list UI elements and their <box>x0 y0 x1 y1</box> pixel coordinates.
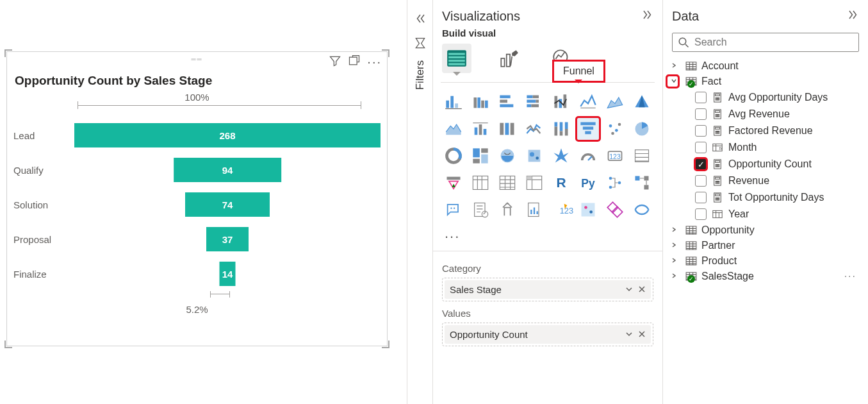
viz-chip[interactable] <box>442 144 465 167</box>
viz-chip[interactable] <box>469 144 492 167</box>
remove-field-icon[interactable] <box>638 329 646 340</box>
caret-icon[interactable] <box>671 62 681 71</box>
search-input[interactable] <box>672 33 859 52</box>
viz-chip[interactable] <box>442 198 465 221</box>
field-pill-category[interactable]: Sales Stage <box>445 280 651 299</box>
funnel-bar[interactable]: 268 <box>74 123 381 147</box>
viz-chip[interactable]: ▲ <box>442 171 465 194</box>
funnel-visual[interactable]: ══ ··· Opportunity Count by Sales Stage … <box>6 51 388 346</box>
funnel-row[interactable]: Finalize 14 <box>13 257 381 291</box>
viz-chip[interactable] <box>550 90 573 114</box>
table-node[interactable]: ✓Fact <box>668 74 863 89</box>
viz-chip[interactable] <box>630 144 653 167</box>
viz-chip[interactable] <box>523 198 546 221</box>
viz-chip[interactable] <box>603 117 626 140</box>
field-node[interactable]: fxMonth <box>668 139 863 156</box>
filters-pane-collapsed[interactable]: Filters <box>407 0 432 404</box>
funnel-bar[interactable]: 74 <box>185 192 270 217</box>
viz-chip[interactable] <box>469 171 492 194</box>
viz-chip[interactable] <box>496 90 519 114</box>
checkbox[interactable] <box>695 208 707 220</box>
field-node[interactable]: Avg Revenue <box>668 106 863 122</box>
checkbox[interactable] <box>695 125 707 137</box>
viz-chip[interactable] <box>442 90 465 114</box>
field-node[interactable]: Tot Opportunity Days <box>668 189 863 206</box>
table-node[interactable]: Account <box>668 58 863 74</box>
field-node[interactable]: Avg Opportunity Days <box>668 89 863 106</box>
viz-chip[interactable] <box>550 117 573 140</box>
field-node[interactable]: Factored Revenue <box>668 122 863 139</box>
tab-format-visual[interactable] <box>495 44 524 73</box>
expand-pane-icon[interactable] <box>414 13 426 28</box>
viz-chip[interactable] <box>550 144 573 167</box>
remove-field-icon[interactable] <box>638 284 646 295</box>
viz-chip[interactable]: 123 <box>603 144 626 167</box>
viz-chip[interactable] <box>496 198 519 221</box>
tab-build-visual[interactable] <box>442 44 471 73</box>
viz-chip[interactable] <box>630 171 653 194</box>
viz-chip[interactable] <box>603 171 626 194</box>
caret-icon[interactable] <box>671 241 681 250</box>
more-options-icon[interactable]: ··· <box>367 55 382 69</box>
viz-chip[interactable] <box>496 144 519 167</box>
viz-chip[interactable] <box>523 90 546 114</box>
well-category[interactable]: Sales Stage <box>442 278 653 301</box>
viz-chip[interactable]: R <box>550 171 573 194</box>
table-node[interactable]: Product <box>668 253 863 269</box>
collapse-pane-icon[interactable] <box>848 9 859 24</box>
drag-handle-icon[interactable]: ══ <box>191 56 202 63</box>
funnel-row[interactable]: Qualify 94 <box>13 153 381 187</box>
funnel-row[interactable]: Solution 74 <box>13 187 381 222</box>
viz-chip[interactable] <box>523 144 546 167</box>
caret-icon[interactable] <box>671 226 681 235</box>
viz-chip[interactable] <box>496 171 519 194</box>
search-field[interactable] <box>694 37 853 48</box>
checkbox[interactable] <box>695 192 707 203</box>
funnel-bar[interactable]: 37 <box>206 227 249 251</box>
viz-chip[interactable] <box>577 90 600 114</box>
filter-icon[interactable] <box>329 55 341 69</box>
funnel-row[interactable]: Proposal 37 <box>13 222 381 257</box>
viz-chip[interactable]: 123 <box>550 198 573 221</box>
viz-chip[interactable]: Py <box>577 171 600 194</box>
field-node[interactable]: ✓Opportunity Count <box>668 156 863 173</box>
viz-chip[interactable] <box>469 117 492 140</box>
report-canvas[interactable]: ══ ··· Opportunity Count by Sales Stage … <box>0 0 407 404</box>
viz-chip[interactable] <box>630 117 653 140</box>
table-node[interactable]: ✓SalesStage··· <box>668 269 863 284</box>
viz-chip[interactable] <box>523 117 546 140</box>
viz-chip[interactable] <box>523 171 546 194</box>
funnel-bar[interactable]: 14 <box>220 262 236 286</box>
funnel-row[interactable]: Lead 268 <box>13 118 381 153</box>
viz-chip[interactable] <box>469 90 492 114</box>
checkbox[interactable] <box>695 175 707 187</box>
field-node[interactable]: Year <box>668 206 863 223</box>
table-node[interactable]: Partner <box>668 238 863 253</box>
viz-chip[interactable] <box>469 198 492 221</box>
caret-icon[interactable] <box>671 257 681 265</box>
viz-chip[interactable] <box>496 117 519 140</box>
checkbox[interactable] <box>695 92 707 103</box>
focus-mode-icon[interactable] <box>348 55 361 69</box>
viz-funnel[interactable] <box>577 117 600 140</box>
viz-chip[interactable] <box>442 117 465 140</box>
viz-chip[interactable] <box>577 144 600 167</box>
viz-chip[interactable] <box>630 198 653 221</box>
viz-chip[interactable] <box>603 90 626 114</box>
checkbox[interactable]: ✓ <box>695 158 707 170</box>
field-pill-values[interactable]: Opportunity Count <box>445 325 651 344</box>
viz-chip[interactable] <box>603 198 626 221</box>
viz-chip[interactable] <box>630 90 653 114</box>
checkbox[interactable] <box>695 108 707 120</box>
field-node[interactable]: Revenue <box>668 173 863 189</box>
more-visuals-button[interactable]: ... <box>433 221 662 246</box>
checkbox[interactable] <box>695 142 707 153</box>
more-options-icon[interactable]: ··· <box>844 271 860 282</box>
viz-chip[interactable] <box>577 198 600 221</box>
funnel-bar[interactable]: 94 <box>174 158 281 182</box>
chevron-down-icon[interactable] <box>625 284 633 295</box>
chevron-down-icon[interactable] <box>625 329 633 340</box>
caret-icon[interactable] <box>671 272 681 281</box>
table-node[interactable]: Opportunity <box>668 223 863 238</box>
collapse-pane-icon[interactable] <box>642 9 653 24</box>
